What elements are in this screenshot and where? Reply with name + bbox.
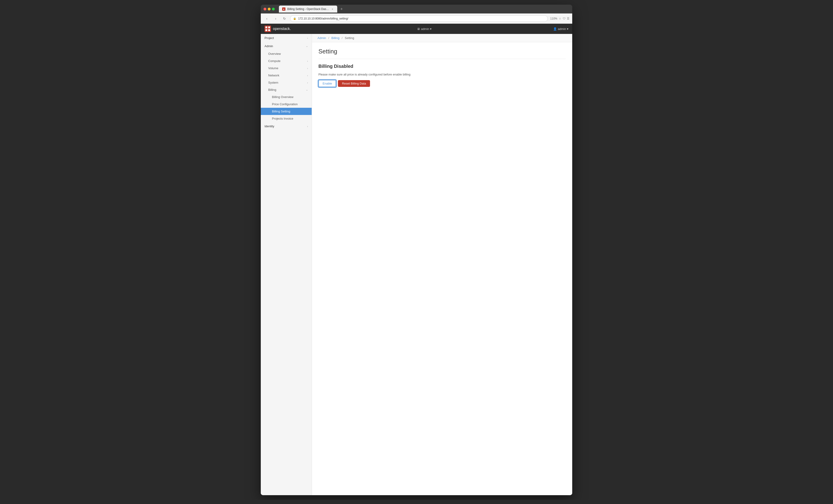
browser-window: ■ Billing Setting - OpenStack Das… × + ‹… xyxy=(261,5,572,495)
svg-rect-4 xyxy=(268,29,270,31)
reset-billing-data-button[interactable]: Reset Billing Data xyxy=(338,80,370,87)
sidebar-item-project[interactable]: Project › xyxy=(261,34,312,42)
zoom-level: 110% xyxy=(550,17,557,20)
sidebar-admin-label: Admin xyxy=(264,44,306,48)
main-content: Admin / Billing / Setting Setting Billin… xyxy=(312,34,572,495)
logo-text: openstack. xyxy=(273,27,291,31)
browser-toolbar: ‹ › ↻ 🔒 172.10.10.10:8080/admin/billing_… xyxy=(261,14,572,24)
volume-label: Volume xyxy=(268,67,278,70)
system-label: System xyxy=(268,81,278,84)
sidebar-item-projects-invoice[interactable]: Projects Invoice xyxy=(261,115,312,122)
overview-label: Overview xyxy=(268,52,281,55)
admin-chevron-icon: ⌄ xyxy=(306,45,308,48)
user-label: admin ▾ xyxy=(558,27,569,31)
billing-label: Billing xyxy=(268,88,276,92)
sidebar-item-price-configuration[interactable]: Price Configuration xyxy=(261,101,312,108)
url-text: 172.10.10.10:8080/admin/billing_setting/ xyxy=(298,17,349,20)
breadcrumb: Admin / Billing / Setting xyxy=(312,34,572,42)
tab-title: Billing Setting - OpenStack Das… xyxy=(287,7,329,11)
enable-button[interactable]: Enable xyxy=(318,80,336,87)
section-title: Billing Disabled xyxy=(318,64,566,69)
user-icon: 👤 xyxy=(553,27,557,31)
admin-menu[interactable]: 🖥 admin ▾ xyxy=(414,26,434,32)
identity-chevron-icon: › xyxy=(307,125,308,128)
menu-icon: ☰ xyxy=(567,17,569,20)
sidebar-item-volume[interactable]: Volume › xyxy=(261,65,312,72)
projects-invoice-label: Projects Invoice xyxy=(272,117,293,120)
button-group: Enable Reset Billing Data xyxy=(318,80,566,87)
header-right: 👤 admin ▾ xyxy=(553,27,569,31)
sidebar-project-label: Project xyxy=(264,36,307,40)
billing-chevron-icon: ⌄ xyxy=(306,88,308,91)
identity-label: Identity xyxy=(264,125,307,128)
sidebar-item-system[interactable]: System › xyxy=(261,79,312,86)
minimize-button[interactable] xyxy=(268,8,270,10)
sidebar-item-compute[interactable]: Compute › xyxy=(261,57,312,65)
maximize-button[interactable] xyxy=(272,8,275,10)
app-logo: openstack. xyxy=(264,26,291,32)
system-chevron-icon: › xyxy=(307,81,308,84)
svg-rect-3 xyxy=(265,29,267,31)
back-button[interactable]: ‹ xyxy=(264,15,270,22)
breadcrumb-setting: Setting xyxy=(345,36,354,40)
new-tab-button[interactable]: + xyxy=(338,6,345,12)
compute-chevron-icon: › xyxy=(307,60,308,62)
user-menu[interactable]: 👤 admin ▾ xyxy=(553,27,569,31)
network-chevron-icon: › xyxy=(307,74,308,77)
billing-overview-label: Billing Overview xyxy=(272,95,293,99)
sidebar-item-admin[interactable]: Admin ⌄ xyxy=(261,42,312,50)
admin-menu-label: admin ▾ xyxy=(421,27,432,31)
address-bar[interactable]: 🔒 172.10.10.10:8080/admin/billing_settin… xyxy=(290,15,548,22)
admin-menu-icon: 🖥 xyxy=(417,27,420,31)
app-container: openstack. 🖥 admin ▾ 👤 admin ▾ Project xyxy=(261,24,572,495)
breadcrumb-admin[interactable]: Admin xyxy=(317,36,326,40)
bookmark-icon: ☆ xyxy=(559,17,561,20)
tab-favicon: ■ xyxy=(282,7,285,11)
breadcrumb-sep-2: / xyxy=(342,36,342,40)
traffic-lights xyxy=(264,8,275,10)
svg-rect-2 xyxy=(268,26,270,28)
breadcrumb-billing[interactable]: Billing xyxy=(331,36,339,40)
close-button[interactable] xyxy=(264,8,266,10)
compute-label: Compute xyxy=(268,59,281,63)
browser-titlebar: ■ Billing Setting - OpenStack Das… × + xyxy=(261,5,572,14)
billing-setting-label: Billing Setting xyxy=(272,110,290,113)
tab-close-icon[interactable]: × xyxy=(331,7,334,11)
svg-rect-1 xyxy=(265,26,267,28)
volume-chevron-icon: › xyxy=(307,67,308,70)
network-label: Network xyxy=(268,74,279,77)
project-chevron-icon: › xyxy=(307,37,308,40)
header-nav: 🖥 admin ▾ xyxy=(414,26,434,32)
forward-button[interactable]: › xyxy=(272,15,279,22)
sidebar-item-overview[interactable]: Overview xyxy=(261,50,312,57)
sidebar-item-identity[interactable]: Identity › xyxy=(261,122,312,130)
price-configuration-label: Price Configuration xyxy=(272,102,298,106)
sidebar-item-billing-overview[interactable]: Billing Overview xyxy=(261,93,312,101)
shield-icon: 🛡 xyxy=(563,17,566,20)
breadcrumb-sep-1: / xyxy=(328,36,329,40)
sidebar: Project › Admin ⌄ Overview Compute › Vol… xyxy=(261,34,312,495)
sidebar-item-network[interactable]: Network › xyxy=(261,72,312,79)
browser-tabs: ■ Billing Setting - OpenStack Das… × + xyxy=(279,6,345,12)
lock-icon: 🔒 xyxy=(293,17,296,20)
sidebar-item-billing-setting[interactable]: Billing Setting xyxy=(261,108,312,115)
openstack-logo-icon xyxy=(264,26,271,32)
app-header: openstack. 🖥 admin ▾ 👤 admin ▾ xyxy=(261,24,572,34)
active-tab[interactable]: ■ Billing Setting - OpenStack Das… × xyxy=(279,6,337,12)
refresh-button[interactable]: ↻ xyxy=(281,15,288,22)
page-title: Setting xyxy=(318,48,566,59)
toolbar-right: 110% ☆ 🛡 ☰ xyxy=(550,17,569,20)
description-text: Please make sure all price is already co… xyxy=(318,73,566,76)
content-area: Setting Billing Disabled Please make sur… xyxy=(312,42,572,93)
sidebar-item-billing[interactable]: Billing ⌄ xyxy=(261,86,312,93)
app-body: Project › Admin ⌄ Overview Compute › Vol… xyxy=(261,34,572,495)
